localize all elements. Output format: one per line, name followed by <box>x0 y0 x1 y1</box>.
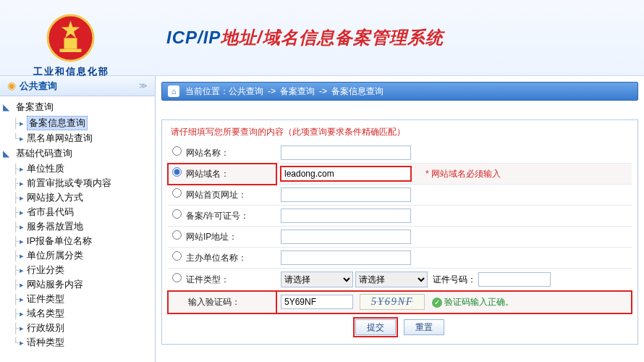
tree-item[interactable]: ├▸单位性质 <box>0 161 155 176</box>
label-license: 备案/许可证号： <box>186 211 249 221</box>
arrow-icon: ▸ <box>20 193 24 203</box>
tree-item[interactable]: ├▸单位所属分类 <box>0 248 155 263</box>
input-cert-no[interactable] <box>478 272 551 287</box>
input-homepage[interactable] <box>281 188 411 202</box>
breadcrumb-prefix: 当前位置： <box>185 86 229 96</box>
arrow-icon: ◣ <box>3 102 13 112</box>
select-cert-type-2[interactable]: 请选择 <box>355 272 428 287</box>
tree-group[interactable]: ◣基础代码查询 <box>0 146 155 161</box>
tree-item[interactable]: └▸黑名单网站查询 <box>0 131 155 146</box>
tree-item[interactable]: ├▸省市县代码 <box>0 205 155 219</box>
sidebar: ◉公共查询 ≫ ◣备案查询├▸备案信息查询└▸黑名单网站查询◣基础代码查询├▸单… <box>0 76 156 362</box>
tree-item[interactable]: ├▸域名类型 <box>0 306 155 321</box>
required-note: * 网站域名必须输入 <box>425 169 501 179</box>
tree-item[interactable]: ├▸IP报备单位名称 <box>0 234 155 248</box>
bullet-icon: ◉ <box>7 80 16 91</box>
arrow-icon: ▸ <box>20 119 24 128</box>
tree-item[interactable]: ├▸网站服务内容 <box>0 277 155 292</box>
breadcrumb-item[interactable]: 备案信息查询 <box>331 86 384 96</box>
tree-item[interactable]: ├▸证件类型 <box>0 292 155 306</box>
tree-item[interactable]: ├▸行业分类 <box>0 263 155 277</box>
sidebar-section-header[interactable]: ◉公共查询 ≫ <box>0 76 155 96</box>
label-site-domain: 网站域名： <box>186 169 229 179</box>
captcha-image[interactable]: 5Y69NF <box>360 294 425 310</box>
tree-item[interactable]: ├▸服务器放置地 <box>0 219 155 234</box>
radio-cert-type[interactable] <box>172 273 182 282</box>
submit-button[interactable]: 提交 <box>355 319 396 335</box>
radio-site-name[interactable] <box>172 146 182 156</box>
org-name: 工业和信息化部 <box>27 65 114 78</box>
input-license[interactable] <box>281 209 411 223</box>
check-icon: ✓ <box>432 298 442 308</box>
collapse-icon[interactable]: ≫ <box>139 81 148 90</box>
tree-item[interactable]: └▸语种类型 <box>0 335 155 350</box>
input-ip[interactable] <box>281 230 411 244</box>
radio-site-domain[interactable] <box>172 167 182 177</box>
input-site-name[interactable] <box>281 146 411 160</box>
breadcrumb-item[interactable]: 公共查询 <box>229 86 263 96</box>
captcha-status: ✓验证码输入正确。 <box>432 297 514 307</box>
tree-group[interactable]: ◣备案查询 <box>0 99 155 115</box>
arrow-icon: ▸ <box>20 309 24 319</box>
breadcrumb-sep: -> <box>268 86 276 96</box>
form-instruction: 请仔细填写您所要查询的内容（此项查询要求条件精确匹配） <box>171 126 632 138</box>
app-header: 工业和信息化部 ICP/IP地址/域名信息备案管理系统 <box>0 0 644 76</box>
label-captcha: 输入验证码： <box>188 297 240 307</box>
select-cert-type-1[interactable]: 请选择 <box>281 272 353 287</box>
label-cert-type: 证件类型： <box>186 274 229 285</box>
svg-rect-2 <box>64 38 77 49</box>
arrow-icon: ▸ <box>20 134 24 143</box>
arrow-icon: ▸ <box>20 266 24 275</box>
label-site-name: 网站名称： <box>186 148 229 158</box>
tree-item[interactable]: ├▸网站接入方式 <box>0 190 155 205</box>
nav-tree: ◣备案查询├▸备案信息查询└▸黑名单网站查询◣基础代码查询├▸单位性质├▸前置审… <box>0 96 155 353</box>
arrow-icon: ▸ <box>20 164 24 174</box>
arrow-icon: ▸ <box>20 251 24 261</box>
tree-item[interactable]: ├▸行政级别 <box>0 321 155 335</box>
label-cert-no: 证件号码： <box>433 274 476 285</box>
input-site-domain[interactable] <box>281 167 411 181</box>
label-homepage: 网站首页网址： <box>186 190 247 200</box>
arrow-icon: ▸ <box>20 179 24 188</box>
radio-sponsor[interactable] <box>172 251 182 261</box>
svg-rect-3 <box>60 49 82 52</box>
arrow-icon: ▸ <box>20 295 24 304</box>
tree-item[interactable]: ├▸前置审批或专项内容 <box>0 176 155 190</box>
input-captcha[interactable] <box>281 295 353 309</box>
input-sponsor[interactable] <box>281 251 411 265</box>
system-title: ICP/IP地址/域名信息备案管理系统 <box>166 26 444 49</box>
radio-ip[interactable] <box>172 230 182 240</box>
label-ip: 网站IP地址： <box>186 232 237 242</box>
arrow-icon: ▸ <box>20 280 24 290</box>
reset-button[interactable]: 重置 <box>404 319 444 335</box>
query-form: 请仔细填写您所要查询的内容（此项查询要求条件精确匹配） 网站名称： 网站域名： … <box>161 119 638 345</box>
radio-homepage[interactable] <box>172 188 182 198</box>
main-panel: ⌂ 当前位置：公共查询->备案查询->备案信息查询 请仔细填写您所要查询的内容（… <box>156 76 644 362</box>
arrow-icon: ▸ <box>20 237 24 246</box>
breadcrumb-sep: -> <box>319 86 327 96</box>
radio-license[interactable] <box>172 209 182 219</box>
arrow-icon: ▸ <box>20 324 24 333</box>
arrow-icon: ▸ <box>20 222 24 232</box>
label-sponsor: 主办单位名称： <box>186 253 247 263</box>
arrow-icon: ◣ <box>3 148 13 159</box>
sidebar-section-title: 公共查询 <box>20 80 57 91</box>
national-emblem: 工业和信息化部 <box>43 11 98 65</box>
breadcrumb-item[interactable]: 备案查询 <box>280 86 315 96</box>
home-icon[interactable]: ⌂ <box>168 85 179 97</box>
tree-item[interactable]: ├▸备案信息查询 <box>0 115 155 131</box>
arrow-icon: ▸ <box>20 338 24 348</box>
arrow-icon: ▸ <box>20 208 24 217</box>
breadcrumb: ⌂ 当前位置：公共查询->备案查询->备案信息查询 <box>161 82 638 101</box>
